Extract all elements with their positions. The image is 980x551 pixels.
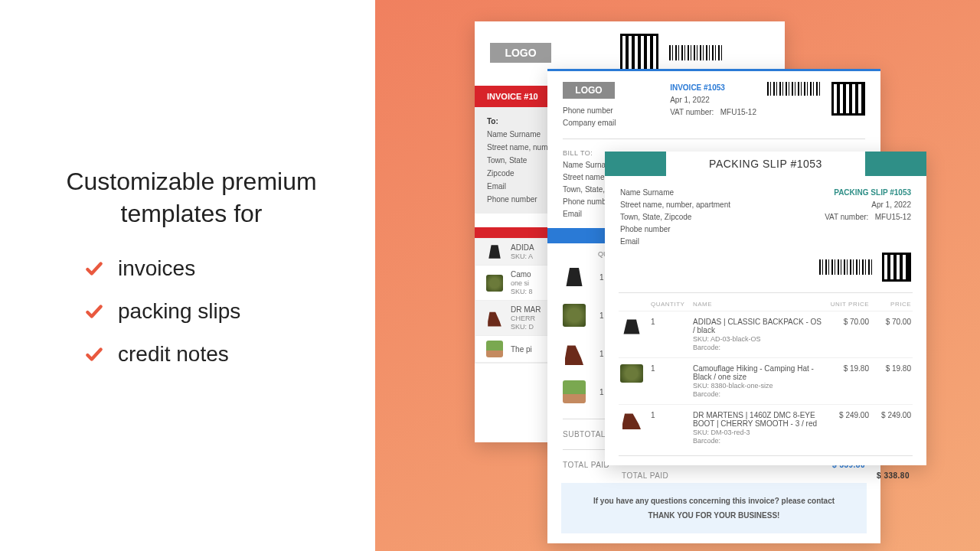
- item-text: The pi: [511, 345, 532, 354]
- col-unit-price: UNIT PRICE: [825, 298, 871, 311]
- item-sku: SKU: A: [511, 253, 533, 260]
- item-text: DR MAR: [511, 305, 541, 314]
- address-email: Email: [620, 236, 730, 248]
- item-sku: SKU: 8: [511, 288, 533, 295]
- vat-label: VAT number:: [670, 108, 714, 116]
- vat-row: VAT number: MFU15-12: [670, 106, 756, 119]
- item-sku: SKU: 8380-black-one-size: [693, 382, 773, 390]
- invoice-date: Apr 1, 2022: [670, 94, 756, 106]
- product-thumb: [620, 364, 643, 383]
- item-sku: SKU: DM-03-red-3: [693, 429, 750, 436]
- item-name: Camouflage Hiking - Camping Hat - Black …: [693, 364, 823, 381]
- product-thumb: [486, 310, 503, 327]
- vat-value: MFU15-12: [875, 213, 911, 221]
- feature-credit-notes: credit notes: [84, 342, 375, 367]
- table-row: 1 Camouflage Hiking - Camping Hat - Blac…: [619, 358, 913, 405]
- feature-label: invoices: [118, 256, 195, 281]
- headline: Customizable premium templates for: [46, 166, 337, 230]
- invoice-number: INVOICE #1053: [670, 82, 756, 94]
- packing-slip-number: PACKING SLIP #1053: [825, 187, 911, 199]
- check-icon: [84, 344, 104, 364]
- cell-price: $ 249.00: [871, 405, 913, 452]
- feature-label: credit notes: [118, 342, 229, 367]
- barcode-icon: [819, 259, 873, 275]
- item-name: ADIDAS | CLASSIC BACKPACK - OS / black: [693, 318, 823, 334]
- accent-bar: [605, 152, 666, 176]
- cell-qty: 1: [649, 311, 691, 358]
- product-thumb: [620, 318, 643, 336]
- cell-name: DR MARTENS | 1460Z DMC 8-EYE BOOT | CHER…: [691, 405, 825, 452]
- total-paid-row: TOTAL PAID $ 338.80: [605, 461, 926, 491]
- cell-name: ADIDAS | CLASSIC BACKPACK - OS / blackSK…: [691, 311, 825, 358]
- item-text: CHERR: [511, 315, 535, 322]
- qr-code-icon: [882, 253, 911, 282]
- product-thumb: [486, 243, 503, 260]
- company-phone: Phone number: [563, 105, 616, 117]
- cell-unit: $ 249.00: [825, 405, 871, 452]
- product-thumb: [563, 304, 586, 327]
- barcode-icon: [767, 82, 821, 96]
- address-phone: Phobe number: [620, 223, 730, 236]
- qr-code-icon: [620, 34, 658, 72]
- vat-row: VAT number: MFU15-12: [825, 211, 911, 223]
- address-town: Town, State, Zipcode: [620, 211, 730, 223]
- check-icon: [84, 302, 104, 321]
- item-barcode: Barcode:: [693, 390, 720, 398]
- slip-meta: PACKING SLIP #1053 Apr 1, 2022 VAT numbe…: [825, 187, 911, 248]
- table-row: 1 ADIDAS | CLASSIC BACKPACK - OS / black…: [619, 311, 913, 358]
- cell-name: Camouflage Hiking - Camping Hat - Black …: [691, 358, 825, 405]
- cell-price: $ 19.80: [871, 358, 913, 405]
- feature-invoices: invoices: [84, 256, 375, 281]
- cell-unit: $ 70.00: [825, 311, 871, 358]
- item-barcode: Barcode:: [693, 344, 720, 351]
- feature-list: invoices packing slips credit notes: [46, 256, 375, 385]
- col-name: NAME: [691, 298, 825, 311]
- item-sku: SKU: D: [511, 323, 534, 331]
- logo-placeholder: LOGO: [563, 82, 615, 99]
- cell-qty: 1: [649, 358, 691, 405]
- item-text: ADIDA: [511, 243, 534, 252]
- product-thumb: [563, 342, 586, 365]
- item-name: DR MARTENS | 1460Z DMC 8-EYE BOOT | CHER…: [693, 411, 823, 428]
- template-previews: LOGO INVOICE #10 To: Name Surname Street…: [375, 0, 980, 551]
- headline-line2: templates for: [121, 200, 263, 227]
- feature-label: packing slips: [118, 299, 240, 324]
- item-text: Camo: [511, 270, 531, 279]
- item-barcode: Barcode:: [693, 437, 720, 445]
- item-sku: SKU: AD-03-black-OS: [693, 335, 761, 343]
- product-thumb: [620, 411, 643, 429]
- accent-bar: [865, 152, 926, 176]
- slip-date: Apr 1, 2022: [825, 199, 911, 211]
- vat-label: VAT number:: [825, 213, 868, 221]
- col-price: PRICE: [871, 298, 913, 311]
- company-email: Company email: [563, 117, 616, 129]
- item-text: one si: [511, 279, 529, 287]
- shipping-address: Name Surname Street name, number, apartm…: [620, 187, 730, 248]
- address-street: Street name, number, apartment: [620, 199, 730, 211]
- cell-qty: 1: [649, 405, 691, 452]
- subtotal-label: SUBTOTAL: [563, 430, 606, 439]
- total-label: TOTAL PAID: [622, 471, 668, 480]
- col-qty: QUANTITY: [649, 298, 691, 311]
- feature-packing-slips: packing slips: [84, 299, 375, 324]
- marketing-copy: Customizable premium templates for invoi…: [0, 0, 375, 551]
- check-icon: [84, 259, 104, 279]
- headline-line1: Customizable premium: [66, 168, 316, 195]
- cell-price: $ 70.00: [871, 311, 913, 358]
- paid-label: TOTAL PAID: [563, 461, 609, 469]
- product-thumb: [486, 341, 503, 357]
- packing-slip-template: PACKING SLIP #1053 Name Surname Street n…: [605, 152, 926, 465]
- product-thumb: [486, 275, 503, 292]
- product-thumb: [563, 380, 586, 403]
- cell-unit: $ 19.80: [825, 358, 871, 405]
- footer-line: If you have any questions concerning thi…: [561, 494, 867, 508]
- table-row: 1 DR MARTENS | 1460Z DMC 8-EYE BOOT | CH…: [619, 405, 913, 452]
- items-table: QUANTITY NAME UNIT PRICE PRICE 1 ADIDAS …: [619, 298, 913, 451]
- product-thumb: [563, 266, 586, 289]
- address-name: Name Surname: [620, 187, 730, 199]
- barcode-icon: [669, 45, 723, 60]
- bill-to-label: BILL TO:: [563, 149, 593, 157]
- qr-code-icon: [831, 82, 865, 116]
- vat-value: MFU15-12: [720, 108, 756, 116]
- total-value: $ 338.80: [877, 471, 910, 480]
